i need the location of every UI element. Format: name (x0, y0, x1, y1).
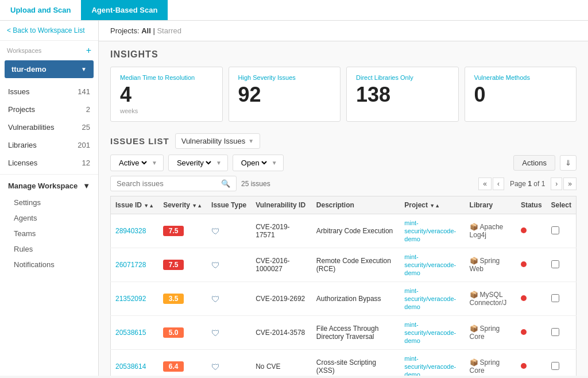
chevron-down-icon: ▼ (83, 182, 90, 190)
status-dot (521, 363, 527, 369)
project-link[interactable]: mint-security/veracode-demo (404, 287, 456, 310)
sidebar-item-licenses[interactable]: Licenses12 (0, 154, 98, 172)
projects-label: Projects: (110, 26, 140, 35)
severity-select[interactable]: Severity (175, 158, 213, 168)
issue-id-link[interactable]: 20538614 (115, 362, 146, 371)
sidebar: Back to Workspace List Workspaces + ttur… (0, 21, 99, 376)
sidebar-item-count: 201 (78, 141, 90, 149)
projects-header: Projects: All | Starred (99, 21, 588, 41)
project-link[interactable]: mint-security/veracode-demo (404, 321, 456, 344)
row-checkbox[interactable] (551, 226, 559, 234)
workspaces-label: Workspaces (7, 47, 41, 54)
add-workspace-icon[interactable]: + (86, 45, 91, 56)
row-checkbox[interactable] (551, 362, 559, 370)
severity-cell: 7.5 (158, 214, 207, 248)
next-page-button[interactable]: › (551, 178, 562, 190)
library-cell: 📦MySQL Connector/J (465, 282, 516, 316)
sidebar-sub-item-rules[interactable]: Rules (0, 241, 98, 257)
search-input[interactable] (117, 179, 219, 188)
severity-badge: 6.4 (163, 361, 184, 372)
project-link[interactable]: mint-security/veracode-demo (404, 219, 456, 242)
search-box[interactable]: 🔍 (110, 176, 237, 191)
col-header-issue-id[interactable]: Issue ID ▼▲ (111, 196, 159, 214)
row-checkbox[interactable] (551, 294, 559, 302)
insight-card: Vulnerable Methods 0 (465, 67, 577, 122)
manage-workspace-section[interactable]: Manage Workspace ▼ (0, 177, 98, 195)
row-checkbox[interactable] (551, 328, 559, 336)
insight-value: 92 (238, 84, 331, 105)
issue-id-link[interactable]: 26071728 (115, 261, 146, 269)
sidebar-item-count: 141 (78, 87, 90, 96)
sidebar-item-label: Libraries (8, 141, 37, 149)
issue-id-cell: 20538614 (111, 350, 159, 376)
issues-table: Issue ID ▼▲Severity ▼▲Issue TypeVulnerab… (110, 196, 577, 376)
select-cell (547, 248, 577, 282)
chevron-down-icon: ▼ (272, 160, 277, 166)
state-select[interactable]: Open (239, 158, 269, 168)
shield-icon: 🛡 (211, 294, 220, 304)
sidebar-item-vulnerabilities[interactable]: Vulnerabilities25 (0, 118, 98, 136)
sidebar-sub-item-teams[interactable]: Teams (0, 226, 98, 241)
col-header-library[interactable]: Library (465, 196, 516, 214)
vulnerability-issues-dropdown[interactable]: Vulnerability Issues ▼ (175, 133, 260, 149)
state-filter[interactable]: Open ▼ (233, 155, 284, 171)
filter-controls: Active ▼ Severity ▼ Open ▼ Actions (110, 155, 577, 171)
sidebar-item-count: 25 (82, 123, 90, 132)
sidebar-sub-item-notifications[interactable]: Notifications (0, 257, 98, 272)
vuln-id-cell: CVE-2019-2692 (251, 282, 312, 316)
issue-id-link[interactable]: 28940328 (115, 227, 146, 235)
issues-list-header: ISSUES LIST Vulnerability Issues ▼ (110, 133, 577, 149)
status-filter[interactable]: Active ▼ (110, 155, 164, 171)
col-header-select[interactable]: Select (547, 196, 577, 214)
workspace-selector[interactable]: ttur-demo ▼ (5, 60, 94, 78)
severity-cell: 7.5 (158, 248, 207, 282)
col-header-severity[interactable]: Severity ▼▲ (158, 196, 207, 214)
vuln-id-cell: CVE-2014-3578 (251, 316, 312, 350)
download-button[interactable]: ⇓ (560, 155, 577, 171)
chevron-down-icon: ▼ (152, 160, 157, 166)
sort-icon: ▼▲ (144, 203, 154, 209)
first-page-button[interactable]: « (478, 178, 492, 190)
issue-type-cell: 🛡 (207, 248, 251, 282)
status-select[interactable]: Active (117, 158, 149, 168)
col-header-description[interactable]: Description (312, 196, 400, 214)
project-cell: mint-security/veracode-demo (400, 248, 465, 282)
shield-icon: 🛡 (211, 226, 220, 236)
dropdown-label: Vulnerability Issues (181, 137, 246, 145)
severity-badge: 3.5 (163, 294, 184, 304)
severity-badge: 7.5 (163, 260, 184, 270)
project-link[interactable]: mint-security/veracode-demo (404, 355, 456, 376)
col-header-project[interactable]: Project ▼▲ (400, 196, 465, 214)
last-page-button[interactable]: » (563, 178, 577, 190)
back-link[interactable]: Back to Workspace List (0, 21, 98, 41)
starred-link[interactable]: Starred (157, 26, 181, 35)
issue-id-link[interactable]: 20538615 (115, 329, 146, 337)
sidebar-item-issues[interactable]: Issues141 (0, 83, 98, 101)
all-projects-link[interactable]: All (141, 26, 151, 35)
project-cell: mint-security/veracode-demo (400, 214, 465, 248)
upload-scan-tab[interactable]: Upload and Scan (0, 0, 81, 20)
issue-id-link[interactable]: 21352092 (115, 295, 146, 303)
actions-button[interactable]: Actions (513, 155, 555, 171)
sidebar-item-libraries[interactable]: Libraries201 (0, 136, 98, 154)
sort-icon: ▼▲ (192, 203, 202, 209)
library-cell: 📦Apache Log4j (465, 214, 516, 248)
project-link[interactable]: mint-security/veracode-demo (404, 253, 456, 276)
col-header-issue-type[interactable]: Issue Type (207, 196, 251, 214)
sidebar-sub-item-settings[interactable]: Settings (0, 195, 98, 210)
search-row: 🔍 25 issues « ‹ Page 1 of 1 › » (110, 176, 577, 191)
prev-page-button[interactable]: ‹ (493, 178, 504, 190)
vuln-id-cell: CVE-2019-17571 (251, 214, 312, 248)
severity-filter[interactable]: Severity ▼ (168, 155, 228, 171)
sidebar-item-projects[interactable]: Projects2 (0, 101, 98, 118)
sidebar-sub-item-agents[interactable]: Agents (0, 210, 98, 226)
col-header-status[interactable]: Status (516, 196, 547, 214)
col-header-vulnerability-id[interactable]: Vulnerability ID (251, 196, 312, 214)
row-checkbox[interactable] (551, 260, 559, 268)
issue-id-cell: 20538615 (111, 316, 159, 350)
agent-scan-tab[interactable]: Agent-Based Scan (81, 0, 168, 20)
status-dot (521, 227, 527, 233)
severity-cell: 6.4 (158, 350, 207, 376)
issue-type-cell: 🛡 (207, 350, 251, 376)
chevron-down-icon: ▼ (248, 138, 254, 144)
